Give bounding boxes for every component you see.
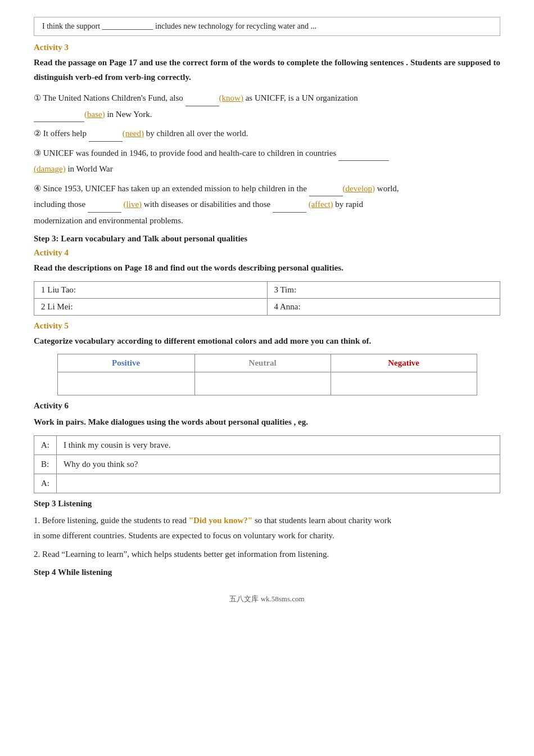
activity4-table: 1 Liu Tao: 3 Tim: 2 Li Mei: 4 Anna: — [34, 281, 500, 316]
cell-li-mei: 2 Li Mei: — [34, 298, 268, 315]
speaker-b: B: — [34, 454, 57, 474]
activity6-instruction: Work in pairs. Make dialogues using the … — [34, 415, 500, 430]
sentence-4: ④ Since 1953, UNICEF has taken up an ext… — [34, 181, 500, 229]
activity3-instruction: Read the passage on Page 17 and use the … — [34, 56, 500, 84]
col-positive: Positive — [57, 354, 194, 372]
step3-label: Step 3: Learn vocabulary and Talk about … — [34, 234, 500, 244]
negative-cell — [331, 372, 477, 395]
table-row: B: Why do you think so? — [34, 454, 500, 474]
listening-para2: 2. Read “Learning to learn”, which helps… — [34, 547, 500, 562]
table-row — [57, 372, 477, 395]
cell-anna: 4 Anna: — [267, 298, 500, 315]
step4-label: Step 4 While listening — [34, 568, 500, 577]
top-box: I think the support _____________ includ… — [34, 17, 500, 36]
sentence-2: ② It offers help (need) by children all … — [34, 125, 500, 142]
listening-highlight: "Did you know?" — [189, 516, 252, 525]
step3-listening-label: Step 3 Listening — [34, 499, 500, 508]
activity5-instruction: Categorize vocabulary according to diffe… — [34, 334, 500, 349]
speaker-a1: A: — [34, 435, 57, 454]
speaker-a2: A: — [34, 474, 57, 493]
activity4-label: Activity 4 — [34, 248, 500, 258]
sentence-3: ③ UNICEF was founded in 1946, to provide… — [34, 145, 500, 177]
sentence-1: ① The United Nations Children's Fund, al… — [34, 90, 500, 122]
col-neutral: Neutral — [194, 354, 331, 372]
dialog-a1: I think my cousin is very brave. — [57, 435, 500, 454]
cell-liu-tao: 1 Liu Tao: — [34, 281, 268, 298]
neutral-cell — [194, 372, 331, 395]
activity4-instruction: Read the descriptions on Page 18 and fin… — [34, 261, 500, 276]
dialog-b: Why do you think so? — [57, 454, 500, 474]
activity5-label: Activity 5 — [34, 321, 500, 331]
col-negative: Negative — [331, 354, 477, 372]
table-row: A: I think my cousin is very brave. — [34, 435, 500, 454]
dialog-a2 — [57, 474, 500, 493]
top-box-text: I think the support _____________ includ… — [42, 22, 316, 30]
table-row: 2 Li Mei: 4 Anna: — [34, 298, 500, 315]
activity3-label: Activity 3 — [34, 43, 500, 52]
table-row: A: — [34, 474, 500, 493]
cell-tim: 3 Tim: — [267, 281, 500, 298]
listening-para1: 1. Before listening, guide the students … — [34, 513, 500, 543]
footer-text: 五八文库 wk.58sms.com — [229, 595, 304, 603]
positive-cell — [57, 372, 194, 395]
footer: 五八文库 wk.58sms.com — [34, 594, 500, 604]
activity5-table: Positive Neutral Negative — [57, 354, 477, 395]
table-row: 1 Liu Tao: 3 Tim: — [34, 281, 500, 298]
activity6-label: Activity 6 — [34, 401, 500, 411]
activity6-table: A: I think my cousin is very brave. B: W… — [34, 435, 500, 493]
